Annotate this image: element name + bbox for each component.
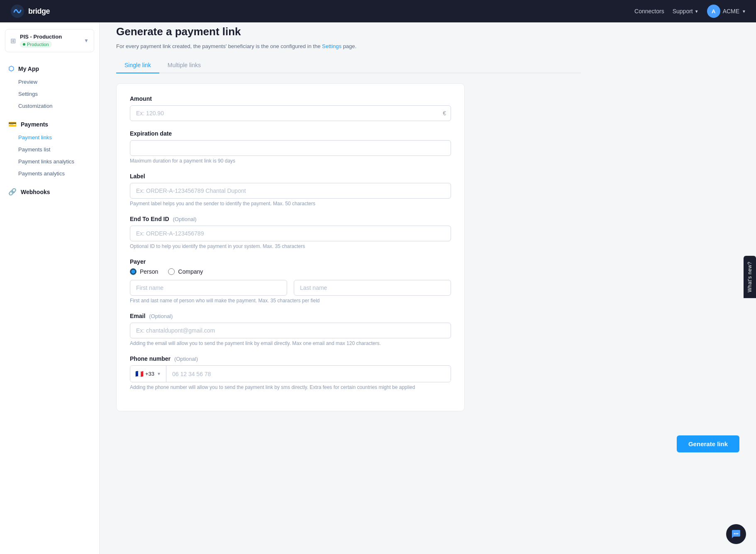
page-subtitle: For every payment link created, the paym… bbox=[116, 43, 581, 49]
topnav: bridge Connectors Support ▼ A ACME ▼ bbox=[0, 0, 756, 22]
sidebar-section-header-my-app: ⬡ My App bbox=[0, 61, 99, 76]
amount-group: Amount € bbox=[130, 95, 451, 121]
phone-hint: Adding the phone number will allow you t… bbox=[130, 384, 451, 390]
avatar: A bbox=[707, 5, 720, 18]
connectors-link[interactable]: Connectors bbox=[634, 8, 664, 15]
env-info: PIS - Production Production bbox=[20, 34, 80, 48]
my-app-icon: ⬡ bbox=[8, 65, 14, 73]
env-icon: ⊞ bbox=[10, 37, 16, 45]
account-arrow-icon: ▼ bbox=[742, 9, 746, 14]
env-dot bbox=[23, 43, 25, 46]
support-button[interactable]: Support ▼ bbox=[673, 8, 699, 15]
sidebar-section-payments: 💳 Payments Payment links Payments list P… bbox=[0, 114, 99, 182]
tab-multiple-links[interactable]: Multiple links bbox=[159, 58, 209, 73]
webhooks-icon: 🔗 bbox=[8, 188, 17, 196]
payer-company-option[interactable]: Company bbox=[168, 268, 203, 275]
end-to-end-id-label: End To End ID (Optional) bbox=[130, 216, 451, 222]
payer-name-hint: First and last name of person who will m… bbox=[130, 298, 451, 304]
settings-link[interactable]: Settings bbox=[322, 43, 341, 49]
sidebar-section-header-webhooks: 🔗 Webhooks bbox=[0, 185, 99, 199]
env-name: PIS - Production bbox=[20, 34, 80, 40]
email-input[interactable] bbox=[130, 323, 451, 338]
tab-single-link[interactable]: Single link bbox=[116, 58, 159, 73]
support-arrow-icon: ▼ bbox=[695, 9, 699, 14]
email-group: Email (Optional) Adding the email will a… bbox=[130, 313, 451, 346]
phone-country-arrow-icon: ▼ bbox=[157, 372, 161, 376]
label-group: Label Payment label helps you and the se… bbox=[130, 173, 451, 207]
generate-link-button[interactable]: Generate link bbox=[677, 435, 739, 452]
sidebar-item-settings[interactable]: Settings bbox=[0, 88, 99, 100]
email-optional: (Optional) bbox=[149, 313, 173, 319]
payer-company-label: Company bbox=[178, 268, 203, 275]
subtitle-prefix: For every payment link created, the paym… bbox=[116, 43, 322, 49]
amount-label: Amount bbox=[130, 95, 451, 102]
sidebar-item-payments-analytics[interactable]: Payments analytics bbox=[0, 168, 99, 180]
sidebar-section-label-my-app: My App bbox=[18, 66, 39, 72]
sidebar-section-label-payments: Payments bbox=[21, 121, 48, 128]
sidebar-item-customization[interactable]: Customization bbox=[0, 100, 99, 112]
amount-wrapper: € bbox=[130, 105, 451, 121]
generate-btn-row: Generate link bbox=[0, 435, 756, 452]
payer-person-label: Person bbox=[140, 268, 158, 275]
phone-code: +33 bbox=[145, 371, 154, 377]
expiration-date-group: Expiration date 2024/10/25, 12:00 AM Max… bbox=[130, 130, 451, 164]
page-title: Generate a payment link bbox=[116, 25, 581, 38]
payer-company-radio[interactable] bbox=[168, 268, 175, 275]
account-label: ACME bbox=[723, 8, 739, 15]
sidebar-section-webhooks: 🔗 Webhooks bbox=[0, 182, 99, 202]
phone-wrapper: 🇫🇷 +33 ▼ bbox=[130, 365, 451, 382]
phone-flag-icon: 🇫🇷 bbox=[135, 370, 144, 378]
last-name-input[interactable] bbox=[294, 280, 451, 296]
phone-label: Phone number (Optional) bbox=[130, 355, 451, 362]
expiration-date-hint: Maximum duration for a payment link is 9… bbox=[130, 158, 451, 164]
main-content: ‹ Back to the links list Generate a paym… bbox=[100, 0, 597, 423]
payer-person-option[interactable]: Person bbox=[130, 268, 158, 275]
env-selector[interactable]: ⊞ PIS - Production Production ▼ bbox=[5, 29, 94, 52]
end-to-end-optional: (Optional) bbox=[173, 216, 197, 222]
payer-label: Payer bbox=[130, 258, 451, 265]
account-button[interactable]: A ACME ▼ bbox=[707, 5, 746, 18]
label-label: Label bbox=[130, 173, 451, 180]
end-to-end-hint: Optional ID to help you identify the pay… bbox=[130, 243, 451, 249]
payer-radio-group: Person Company bbox=[130, 268, 451, 275]
email-label: Email (Optional) bbox=[130, 313, 451, 319]
end-to-end-id-group: End To End ID (Optional) Optional ID to … bbox=[130, 216, 451, 249]
payments-icon: 💳 bbox=[8, 120, 17, 128]
env-arrow-icon: ▼ bbox=[84, 38, 89, 44]
end-to-end-id-input[interactable] bbox=[130, 226, 451, 241]
payer-person-radio[interactable] bbox=[130, 268, 137, 275]
email-hint: Adding the email will allow you to send … bbox=[130, 340, 451, 346]
sidebar-section-header-payments: 💳 Payments bbox=[0, 117, 99, 131]
label-input[interactable] bbox=[130, 183, 451, 199]
sidebar-item-preview[interactable]: Preview bbox=[0, 76, 99, 88]
tabs: Single link Multiple links bbox=[116, 58, 581, 73]
sidebar-item-payment-links-analytics[interactable]: Payment links analytics bbox=[0, 156, 99, 168]
phone-input[interactable] bbox=[166, 367, 451, 381]
payer-name-row bbox=[130, 280, 451, 296]
sidebar-section-my-app: ⬡ My App Preview Settings Customization bbox=[0, 59, 99, 114]
sidebar-item-payments-list[interactable]: Payments list bbox=[0, 143, 99, 156]
sidebar: ⊞ PIS - Production Production ▼ ⬡ My App… bbox=[0, 22, 100, 452]
sidebar-item-payment-links[interactable]: Payment links bbox=[0, 131, 99, 143]
env-badge: Production bbox=[20, 41, 52, 48]
subtitle-suffix: page. bbox=[341, 43, 356, 49]
form-card: Amount € Expiration date 2024/10/25, 12:… bbox=[116, 83, 465, 411]
support-label: Support bbox=[673, 8, 693, 15]
first-name-input[interactable] bbox=[130, 280, 287, 296]
whats-new-sidebar[interactable]: What's new? bbox=[744, 256, 756, 298]
logo[interactable]: bridge bbox=[10, 4, 50, 19]
phone-optional: (Optional) bbox=[174, 356, 198, 362]
expiration-date-label: Expiration date bbox=[130, 130, 451, 137]
amount-input[interactable] bbox=[130, 105, 451, 121]
phone-country-selector[interactable]: 🇫🇷 +33 ▼ bbox=[130, 366, 166, 382]
nav-right: Connectors Support ▼ A ACME ▼ bbox=[634, 5, 746, 18]
phone-group: Phone number (Optional) 🇫🇷 +33 ▼ Adding … bbox=[130, 355, 451, 390]
sidebar-section-label-webhooks: Webhooks bbox=[21, 189, 50, 195]
currency-symbol: € bbox=[443, 110, 446, 117]
label-hint: Payment label helps you and the sender t… bbox=[130, 201, 451, 207]
expiration-date-input[interactable]: 2024/10/25, 12:00 AM bbox=[130, 140, 451, 156]
payer-group: Payer Person Company First and last name… bbox=[130, 258, 451, 304]
